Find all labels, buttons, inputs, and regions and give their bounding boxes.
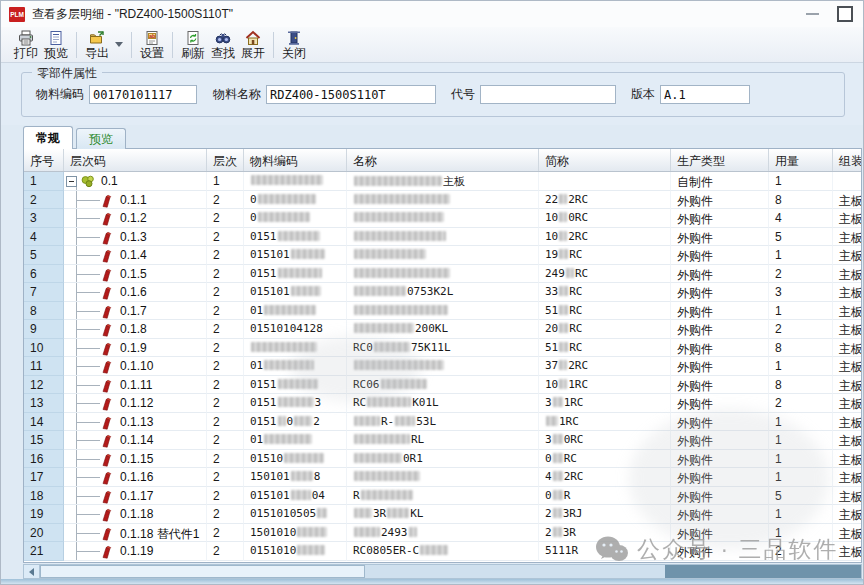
cell-text: 22 (545, 193, 558, 206)
tree-branch-line (76, 311, 100, 312)
toolbar-group: 刷新查找展开 (178, 29, 268, 61)
cell-text: 0753K2L (407, 285, 453, 298)
table-row[interactable]: 20.1.120222RC外购件8主板 (24, 191, 861, 210)
设置-button[interactable]: ab设置 (137, 29, 167, 61)
table-row[interactable]: 30.1.220100RC外购件4主板 (24, 209, 861, 228)
property-field: 版本 (631, 85, 750, 104)
groupbox-legend: 零部件属性 (32, 65, 102, 82)
cell-level-code: 0.1.3 (64, 228, 207, 247)
tab-预览[interactable]: 预览 (76, 128, 126, 149)
预览-button[interactable]: 预览 (41, 29, 71, 61)
cell-quantity: 4 (769, 209, 833, 228)
maximize-button[interactable] (837, 6, 853, 22)
cell-abbr: 222RC (539, 191, 671, 210)
关闭-button[interactable]: 关闭 (279, 29, 309, 61)
table-row[interactable]: 180.1.17201510104R0R外购件5主板 (24, 487, 861, 506)
export-dropdown-arrow-icon[interactable] (115, 42, 123, 47)
代号-input[interactable] (480, 85, 616, 104)
table-row[interactable]: 150.1.14201RL30RC外购件1主板 (24, 431, 861, 450)
table-row[interactable]: 170.1.162150101842RC外购件1主板 (24, 468, 861, 487)
toolbar-button-label: 导出 (85, 47, 109, 59)
watermark-text: 公众号 · 三品软件 (637, 534, 838, 565)
table-row[interactable]: 80.1.720151RC外购件1主板 (24, 302, 861, 321)
物料编码-input[interactable] (89, 85, 197, 104)
scrollbar-track[interactable] (365, 565, 665, 578)
table-row[interactable]: 60.1.520151249RC外购件2主板 (24, 265, 861, 284)
column-header-3[interactable]: 层次 (207, 149, 244, 171)
cell-level: 2 (207, 524, 244, 543)
cell-level: 2 (207, 487, 244, 506)
scroll-left-button[interactable] (24, 565, 40, 578)
cell-text: 51 (545, 304, 558, 317)
cell-assembly-position: 主板 (833, 413, 862, 432)
table-row[interactable]: 100.1.92RC075K11L51RC外购件8主板 (24, 339, 861, 358)
column-header-2[interactable]: 层次码 (64, 149, 207, 171)
plm-window: PLM 查看多层明细 - "RDZ400-1500S110T" 打印预览导出ab… (0, 0, 864, 585)
cell-material-code: 015102 (244, 413, 347, 432)
cell-text: 主板 (443, 175, 465, 188)
column-header-4[interactable]: 物料编码 (244, 149, 347, 171)
horizontal-scrollbar[interactable] (23, 564, 862, 579)
table-row[interactable]: 70.1.620151010753K2L33RC外购件3主板 (24, 283, 861, 302)
minimize-button[interactable] (806, 13, 819, 15)
刷新-button[interactable]: 刷新 (178, 29, 208, 61)
cell-abbr: 23RJ (539, 505, 671, 524)
cell-text: 3 (545, 433, 552, 446)
preview-icon (48, 30, 64, 46)
cell-text: 10 (545, 378, 558, 391)
column-header-9[interactable]: 组装位 (833, 149, 862, 171)
cell-text: 015101 (250, 489, 290, 502)
toolbar-button-label: 刷新 (181, 47, 205, 59)
table-row[interactable]: 10.11主板自制件1 (24, 172, 861, 191)
tree-collapse-icon[interactable] (66, 176, 77, 187)
scrollbar-thumb[interactable] (40, 565, 365, 578)
column-header-5[interactable]: 名称 (347, 149, 539, 171)
table-row[interactable]: 130.1.12201513RCK01L31RC外购件2主板 (24, 394, 861, 413)
part-icon (99, 285, 113, 300)
redacted-block (291, 286, 321, 296)
field-label: 物料编码 (36, 86, 84, 103)
redacted-block (559, 286, 568, 296)
导出-button[interactable]: 导出 (82, 29, 112, 61)
展开-button[interactable]: 展开 (238, 29, 268, 61)
查找-button[interactable]: 查找 (208, 29, 238, 61)
column-header-1[interactable]: 序号 (24, 149, 64, 171)
table-row[interactable]: 140.1.132015102R-53L1RC外购件1主板 (24, 413, 861, 432)
table-row[interactable]: 110.1.10201372RC外购件1主板 (24, 357, 861, 376)
part-icon (99, 489, 113, 504)
level-code-text: 0.1.9 (120, 341, 147, 355)
tree-branch-line (76, 551, 100, 552)
toolbar-button-label: 打印 (14, 47, 38, 59)
cell-level-code: 0.1.18 替代件1 (64, 524, 207, 543)
redacted-block (354, 286, 406, 296)
cell-quantity: 5 (769, 487, 833, 506)
cell-material-code: 0151010 (244, 542, 347, 561)
cell-assembly-position: 主板 (833, 283, 862, 302)
plm-app-icon: PLM (9, 7, 25, 22)
column-header-6[interactable]: 简称 (539, 149, 671, 171)
toolbar: 打印预览导出ab设置刷新查找展开关闭 (1, 27, 863, 63)
tab-常规[interactable]: 常规 (23, 126, 73, 149)
part-icon (99, 211, 113, 226)
redacted-block (354, 471, 420, 481)
table-row[interactable]: 40.1.320151102RC外购件5主板 (24, 228, 861, 247)
redacted-block (354, 323, 414, 333)
table-row[interactable]: 160.1.152015100R10RC外购件1主板 (24, 450, 861, 469)
物料名称-input[interactable] (266, 85, 436, 104)
cell-level: 2 (207, 209, 244, 228)
cell-text: 33 (545, 285, 558, 298)
table-row[interactable]: 120.1.1120151RC06101RC外购件8主板 (24, 376, 861, 395)
table-row[interactable]: 50.1.4201510119RC外购件1主板 (24, 246, 861, 265)
cell-text: 3 (545, 396, 552, 409)
tree-branch-line (76, 366, 100, 367)
toolbar-group: 打印预览 (11, 29, 71, 61)
cell-assembly-position: 主板 (833, 394, 862, 413)
table-row[interactable]: 90.1.8201510104128200KL20RC外购件2主板 (24, 320, 861, 339)
part-icon (99, 396, 113, 411)
table-row[interactable]: 190.1.18201510105053RKL23RJ外购件1主板 (24, 505, 861, 524)
版本-input[interactable] (660, 85, 750, 104)
cell-abbr: 101RC (539, 376, 671, 395)
column-header-8[interactable]: 用量 (769, 149, 833, 171)
column-header-7[interactable]: 生产类型 (671, 149, 769, 171)
打印-button[interactable]: 打印 (11, 29, 41, 61)
